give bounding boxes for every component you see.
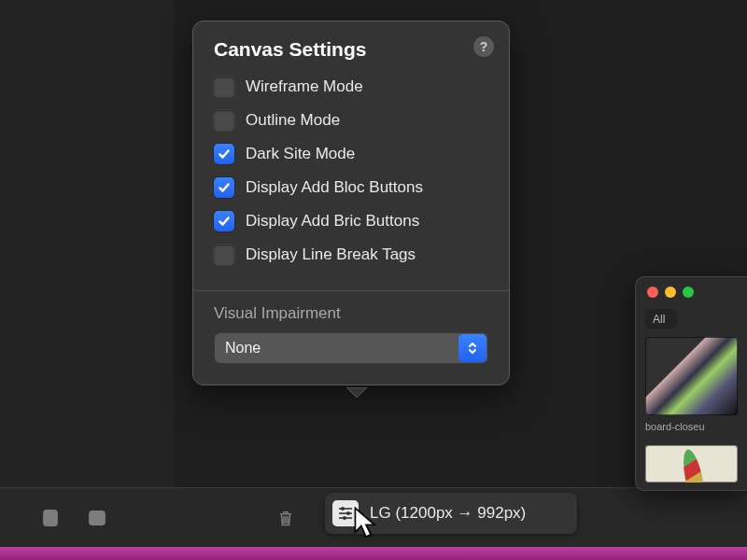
delete-button[interactable]: [269, 501, 303, 535]
select-stepper-icon: [458, 334, 486, 362]
minimize-icon[interactable]: [665, 287, 676, 298]
help-button[interactable]: ?: [473, 36, 494, 57]
option-label: Dark Site Mode: [246, 145, 355, 163]
checkbox[interactable]: [214, 77, 234, 97]
visual-impairment-label: Visual Impairment: [193, 304, 509, 332]
toolbar-button-1[interactable]: [34, 501, 67, 535]
option-display-add-bloc[interactable]: Display Add Bloc Buttons: [214, 171, 488, 204]
breakpoint-bar[interactable]: LG (1200px → 992px): [325, 493, 577, 534]
svg-point-5: [346, 511, 350, 515]
checkbox[interactable]: [214, 245, 234, 265]
arrows-horizontal-icon: [87, 508, 107, 528]
canvas-settings-popover: ? Canvas Settings Wireframe Mode Outline…: [192, 21, 510, 385]
visual-impairment-select[interactable]: None: [214, 332, 488, 364]
svg-point-7: [343, 516, 346, 520]
checkbox[interactable]: [214, 110, 234, 131]
select-value: None: [225, 340, 261, 357]
option-display-add-bric[interactable]: Display Add Bric Buttons: [214, 204, 488, 238]
window-controls[interactable]: [636, 277, 747, 305]
option-dark-site-mode[interactable]: Dark Site Mode: [214, 137, 488, 171]
asset-filter-tab[interactable]: All: [645, 309, 677, 329]
asset-thumbnail-1[interactable]: [645, 337, 738, 415]
bottom-strip: [0, 547, 747, 560]
checkbox[interactable]: [214, 211, 234, 231]
option-label: Display Add Bric Buttons: [246, 212, 419, 231]
canvas-settings-icon: [332, 500, 359, 526]
arrows-vertical-icon: [40, 508, 61, 528]
svg-marker-8: [346, 387, 367, 398]
option-display-line-break[interactable]: Display Line Break Tags: [214, 238, 488, 272]
asset-thumbnail-2[interactable]: [645, 445, 738, 483]
left-panel: [0, 0, 174, 560]
option-wireframe-mode[interactable]: Wireframe Mode: [214, 70, 488, 104]
checkbox[interactable]: [214, 144, 234, 164]
trash-icon: [275, 508, 296, 528]
close-icon[interactable]: [647, 287, 658, 298]
option-label: Wireframe Mode: [246, 77, 363, 96]
divider: [193, 290, 509, 291]
svg-point-3: [341, 507, 345, 511]
breakpoint-label: LG (1200px → 992px): [370, 504, 526, 523]
popover-title: Canvas Settings: [193, 38, 509, 66]
zoom-icon[interactable]: [683, 287, 694, 298]
toolbar-button-2[interactable]: [80, 501, 114, 535]
option-label: Display Line Break Tags: [246, 245, 416, 264]
asset-thumbnail-1-label: board-closeu: [645, 421, 738, 432]
asset-panel: All board-closeu: [635, 276, 747, 491]
checkbox[interactable]: [214, 177, 234, 198]
option-label: Outline Mode: [246, 111, 340, 130]
option-label: Display Add Bloc Buttons: [246, 178, 423, 197]
canvas-options-list: Wireframe Mode Outline Mode Dark Site Mo…: [193, 66, 509, 283]
option-outline-mode[interactable]: Outline Mode: [214, 104, 488, 137]
popover-caret: [346, 385, 367, 395]
